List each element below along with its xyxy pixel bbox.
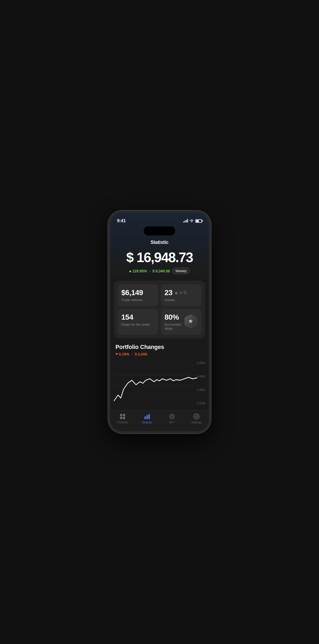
portfolio-pct-value: 0.19% xyxy=(119,352,129,356)
portfolio-section: Portfolio Changes 0.19% • $ 0,006 xyxy=(110,338,209,407)
status-bar: 9:41 xyxy=(110,213,209,225)
portfolio-pct-down: 0.19% xyxy=(115,352,129,356)
scroll-content: Statistic $ 16,948.73 129.95% • $ 8,340.… xyxy=(110,235,209,431)
stat-card-successful: 80% Successful deals ★ xyxy=(161,309,201,335)
main-balance-section: $ 16,948.73 129.95% • $ 8,340.58 Weekly xyxy=(110,247,209,281)
svg-point-16 xyxy=(171,415,173,418)
star-badge-icon: ★ xyxy=(183,314,198,328)
successful-label: Successful deals xyxy=(165,323,183,330)
trade-volume-value: $6,149 xyxy=(121,288,154,297)
settings-nav-label: Settings xyxy=(191,421,202,424)
pct-up-value: 129.95% xyxy=(132,269,147,273)
portfolio-nav-icon xyxy=(119,413,126,420)
portfolio-dot-sep: • xyxy=(132,352,133,356)
svg-rect-13 xyxy=(147,415,148,419)
portfolio-meta: 0.19% • $ 0,006 xyxy=(110,352,209,359)
svg-rect-14 xyxy=(148,414,150,419)
dot-separator: • xyxy=(149,269,150,273)
usd-change-value: $ 8,340.58 xyxy=(152,269,170,273)
balance-meta: 129.95% • $ 8,340.58 Weekly xyxy=(115,268,204,274)
exchange-icon: ⤫ xyxy=(179,290,182,295)
phone-screen: 9:41 xyxy=(110,213,209,431)
svg-text:★: ★ xyxy=(188,318,193,324)
chart-label-2: 0.3500 xyxy=(197,389,205,391)
kraken-icon: ᕮ xyxy=(183,290,187,295)
svg-point-17 xyxy=(196,416,197,417)
svg-rect-12 xyxy=(144,416,146,419)
deals-label: Deals for the week xyxy=(121,323,154,326)
stats-container: $6,149 Trade Volume 23 ◈ ⤫ ᕮ Assets xyxy=(114,281,205,338)
successful-value: 80% xyxy=(165,313,183,321)
binance-icon: ◈ xyxy=(175,290,178,295)
pct-up: 129.95% xyxy=(129,269,147,273)
dynamic-island xyxy=(144,226,175,235)
status-time: 9:41 xyxy=(117,218,126,224)
chart-label-0: 0.4500 xyxy=(197,362,205,364)
nft-nav-label: NFT xyxy=(169,421,175,424)
stat-card-deals: 154 Deals for the week xyxy=(118,309,158,335)
stat-card-assets: 23 ◈ ⤫ ᕮ Assets xyxy=(161,284,201,306)
deals-value: 154 xyxy=(121,313,154,321)
weekly-badge-button[interactable]: Weekly xyxy=(172,268,190,274)
chart-labels: 0.4500 0.4000 0.3500 0.3139 xyxy=(197,359,205,407)
triangle-up-icon xyxy=(129,270,132,272)
main-balance: $ 16,948.73 xyxy=(115,250,204,265)
portfolio-usd-value: $ 0,006 xyxy=(135,352,147,356)
battery-icon xyxy=(195,219,202,223)
status-icons xyxy=(183,219,202,223)
phone-frame: 9:41 xyxy=(108,211,211,433)
chart-container: 0.4500 0.4000 0.3500 0.3139 xyxy=(114,359,205,407)
nav-nft[interactable]: NFT xyxy=(160,413,184,424)
wifi-icon xyxy=(190,219,194,223)
portfolio-section-title: Portfolio Changes xyxy=(110,338,209,352)
statistic-nav-label: Statistic xyxy=(142,421,152,424)
svg-rect-8 xyxy=(120,414,122,416)
nav-settings[interactable]: Settings xyxy=(184,413,209,424)
bottom-nav: Portfolio Statistic NFT xyxy=(110,410,209,431)
stat-card-trade-volume: $6,149 Trade Volume xyxy=(118,284,158,306)
chart-label-3: 0.3139 xyxy=(197,402,205,405)
page-header: Statistic xyxy=(110,235,209,247)
portfolio-chart xyxy=(114,359,205,407)
svg-rect-10 xyxy=(120,417,122,419)
svg-rect-9 xyxy=(123,414,125,416)
trade-volume-label: Trade Volume xyxy=(121,298,154,302)
statistic-nav-icon xyxy=(144,413,150,420)
page-title: Statistic xyxy=(151,240,168,245)
nav-portfolio[interactable]: Portfolio xyxy=(110,413,135,424)
settings-nav-icon xyxy=(193,413,200,420)
assets-value-row: 23 ◈ ⤫ ᕮ xyxy=(165,288,198,297)
svg-rect-11 xyxy=(123,417,125,419)
triangle-down-icon xyxy=(115,353,118,355)
portfolio-nav-label: Portfolio xyxy=(117,421,128,424)
successful-deals-info: 80% Successful deals xyxy=(165,313,183,330)
assets-value: 23 xyxy=(165,288,172,297)
nft-nav-icon xyxy=(169,413,175,420)
svg-point-15 xyxy=(170,414,174,419)
nav-statistic[interactable]: Statistic xyxy=(135,413,160,424)
chart-label-1: 0.4000 xyxy=(197,375,205,378)
signal-icon xyxy=(183,219,188,222)
star-badge-container: ★ xyxy=(183,314,198,329)
asset-icons: ◈ ⤫ ᕮ xyxy=(175,290,187,295)
assets-label: Assets xyxy=(165,298,198,302)
